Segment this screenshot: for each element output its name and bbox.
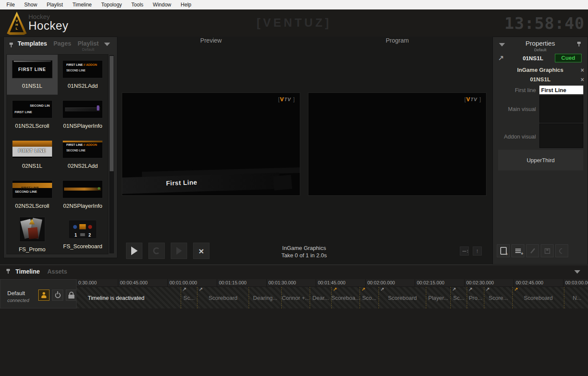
add-to-playlist-button[interactable]	[511, 244, 524, 257]
home-score: 1	[74, 233, 77, 237]
template-item-01NS2LScroll[interactable]: SECOND LINFIRST LINE01NS2LScroll	[7, 95, 58, 135]
template-thumbnail-01NS2LAdd: FIRST LINE // ADDONSECOND LINE	[63, 61, 102, 78]
chevron-down-icon[interactable]	[574, 270, 580, 274]
menu-item-playlist[interactable]: Playlist	[42, 0, 68, 9]
clip-label: N...	[573, 295, 581, 301]
template-thumbnail-01NS2LScroll: SECOND LINFIRST LINE	[12, 101, 52, 118]
timeline-clip-1[interactable]: ↗Sc...	[181, 287, 197, 308]
clip-label: Scoreboard	[388, 295, 417, 301]
template-item-02NS1L[interactable]: FIRST LINE02NS1L	[7, 135, 58, 175]
tab-templates[interactable]: Templates	[18, 40, 47, 47]
track-status: connected	[7, 298, 29, 303]
menu-item-window[interactable]: Window	[148, 0, 176, 9]
menu-item-show[interactable]: Show	[19, 0, 42, 9]
timeline-clip-3[interactable]: Dearing...	[249, 287, 281, 308]
timeline-clip-12[interactable]: ↗Score...	[484, 287, 512, 308]
timeline-clip-2[interactable]: ↗Scoreboard	[197, 287, 249, 308]
operator-toggle-button[interactable]	[38, 290, 49, 301]
away-team-dot	[88, 225, 92, 229]
ruler-tick-label: 00:01:30.000	[266, 279, 316, 287]
track-name: Default	[7, 290, 25, 296]
addon-visual-dropzone[interactable]	[539, 123, 583, 148]
power-toggle-button[interactable]	[52, 290, 63, 301]
new-page-button[interactable]	[497, 244, 510, 257]
template-item-01NS1L[interactable]: FIRST LINE01NS1L	[7, 55, 58, 95]
lock-toggle-button[interactable]	[66, 290, 77, 301]
tab-timeline[interactable]: Timeline	[15, 268, 40, 275]
clip-cue-arrow-icon: ↗	[333, 287, 337, 292]
close-icon[interactable]: ×	[581, 67, 584, 73]
menu-item-file[interactable]: File	[2, 0, 19, 9]
template-item-02NS2LAdd[interactable]: FIRST LINE // ADDONSECOND LINE02NS2LAdd	[58, 135, 108, 175]
templates-scrollbar[interactable]	[109, 55, 114, 253]
clip-label: Scoreboa...	[331, 295, 360, 301]
pin-icon[interactable]	[6, 268, 11, 274]
person-icon	[41, 292, 47, 298]
clip-label: Sc...	[453, 295, 464, 301]
cue-arrow-icon: ↗	[498, 54, 504, 62]
lock-icon	[68, 295, 74, 299]
template-label: FS_Scoreboard	[63, 243, 102, 250]
template-thumbnail-FS_Promo	[20, 217, 45, 241]
clip-cue-arrow-icon: ↗	[361, 287, 365, 292]
clip-label: Sco...	[362, 295, 376, 301]
template-item-01NS2LAdd[interactable]: FIRST LINE // ADDONSECOND LINE01NS2LAdd	[58, 55, 108, 95]
power-icon	[55, 293, 61, 298]
upperthird-button[interactable]: UpperThird	[498, 150, 583, 170]
tab-assets[interactable]: Assets	[47, 268, 67, 275]
timeline-clip-5[interactable]: Dear...	[310, 287, 331, 308]
template-grid: FIRST LINE01NS1LFIRST LINE // ADDONSECON…	[6, 54, 108, 254]
timeline-clip-14[interactable]: N...	[564, 287, 588, 308]
first-line-input[interactable]	[539, 86, 583, 94]
ruler-tick-label: 00:01:45.000	[316, 279, 365, 287]
take-status-line2: Take 0 of 1 in 2.0s	[122, 252, 486, 259]
menu-item-topology[interactable]: Topology	[96, 0, 126, 9]
tab-playlist[interactable]: Playlist Default	[77, 40, 99, 52]
clip-cue-arrow-icon: ↗	[199, 287, 203, 292]
save-button[interactable]	[541, 244, 554, 257]
chevron-down-icon[interactable]	[104, 43, 110, 46]
vtv-watermark: [VTV ]	[278, 96, 295, 102]
template-item-02NS2LScroll[interactable]: FIRST LINESECOND LINE02NS2LScroll	[7, 175, 58, 215]
timeline-clip-6[interactable]: ↗Scoreboa...	[331, 287, 360, 308]
clip-cue-arrow-icon: ↗	[514, 287, 518, 292]
vtv-watermark: [VTV ]	[464, 96, 481, 102]
ventuz-brand-watermark: [VENTUZ]	[0, 16, 588, 30]
ruler-tick-label: 00:02:30.000	[464, 279, 514, 287]
ruler-tick-label: 00:02:45.000	[514, 279, 563, 287]
dock-icon	[462, 251, 466, 252]
timeline-ruler[interactable]: 0:30.00000:00:45.00000:01:00.00000:01:15…	[77, 279, 588, 287]
template-label: 01NS2LScroll	[15, 123, 49, 129]
timeline-clip-10[interactable]: ↗Sc...	[450, 287, 467, 308]
dock-button[interactable]	[460, 247, 469, 256]
timeline-clip-4[interactable]: Connor +...	[281, 287, 310, 308]
template-label: 02NS2LScroll	[15, 203, 49, 209]
timeline-clip-8[interactable]: ↗Scoreboard	[379, 287, 426, 308]
template-item-01NSPlayerInfo[interactable]: 01NSPlayerInfo	[58, 95, 108, 135]
timeline-clip-13[interactable]: ↗Scoreboard	[512, 287, 564, 308]
menu-item-timeline[interactable]: Timeline	[68, 0, 96, 9]
clip-label: Dear...	[312, 295, 329, 301]
ruler-tick-label: 00:00:45.000	[118, 279, 167, 287]
menu-item-tools[interactable]: Tools	[126, 0, 148, 9]
pin-icon[interactable]	[577, 41, 582, 47]
menu-item-help[interactable]: Help	[176, 0, 196, 9]
template-item-FS_Promo[interactable]: FS_Promo	[7, 215, 58, 255]
templates-panel-tabs: Templates Pages Playlist Default	[18, 40, 99, 52]
warning-button[interactable]: !	[473, 247, 482, 256]
undo-button[interactable]	[555, 244, 568, 257]
timeline-clip-7[interactable]: ↗Sco...	[360, 287, 379, 308]
main-visual-dropzone[interactable]	[539, 96, 583, 123]
timeline-track-header: Default connected	[0, 279, 77, 308]
close-icon[interactable]: ×	[581, 77, 584, 83]
timeline-clip-11[interactable]: ↗Pro...	[467, 287, 484, 308]
edit-button[interactable]	[526, 244, 539, 257]
template-item-02NSPlayerInfo[interactable]: 02NSPlayerInfo	[58, 175, 108, 215]
timeline-clip-9[interactable]: Player...	[426, 287, 450, 308]
tab-pages[interactable]: Pages	[53, 40, 71, 47]
template-item-FS_Scoreboard[interactable]: 12FS_Scoreboard	[58, 215, 108, 255]
pin-icon[interactable]	[9, 42, 14, 48]
template-label: 01NS1L	[22, 83, 42, 89]
scrollbar-thumb[interactable]	[110, 56, 114, 171]
timeline-clips-strip[interactable]: Timeline is deactivated ↗Sc...↗Scoreboar…	[77, 287, 588, 308]
